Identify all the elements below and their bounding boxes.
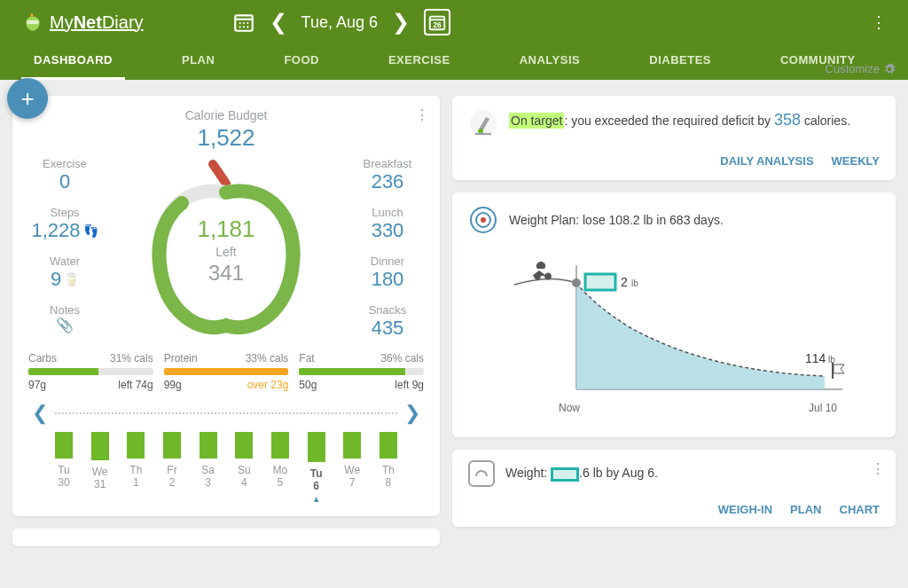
- stat-exercise[interactable]: Exercise0: [28, 157, 101, 193]
- macros-row: Carbs31% cals97gleft 74gProtein33% cals9…: [28, 352, 424, 391]
- svg-text:2: 2: [621, 275, 628, 289]
- current-date[interactable]: Tue, Aug 6: [301, 13, 378, 32]
- top-bar: MyNetDiary ❮ Tue, Aug 6 ❯ 26 ⋮: [0, 0, 908, 44]
- scale-icon: [468, 460, 495, 487]
- macro-carbs[interactable]: Carbs31% cals97gleft 74g: [28, 352, 153, 391]
- svg-point-4: [242, 22, 244, 24]
- gear-icon: [883, 63, 896, 75]
- tab-dashboard[interactable]: DASHBOARD: [21, 44, 125, 80]
- svg-point-7: [242, 26, 244, 27]
- stat-notes[interactable]: Notes📎: [28, 303, 101, 333]
- day-Sa-3[interactable]: Sa3: [200, 432, 217, 504]
- calories-left-value: 341: [197, 261, 254, 286]
- logo-text: MyNetDiary: [50, 12, 144, 33]
- more-menu-icon[interactable]: ⋮: [871, 12, 887, 32]
- weekly-analysis-link[interactable]: WEEKLY: [832, 154, 880, 168]
- weight-plan-text: Weight Plan: lose 108.2 lb in 683 days.: [509, 213, 724, 227]
- next-day-button[interactable]: ❯: [388, 10, 413, 35]
- chart-x-end: Jul 10: [809, 402, 837, 414]
- microscope-icon: [468, 108, 498, 138]
- svg-point-20: [572, 278, 581, 287]
- stat-lunch[interactable]: Lunch330: [351, 206, 424, 242]
- week-navigator: ❮ ❯: [28, 402, 424, 425]
- calorie-budget-value[interactable]: 1,522: [28, 124, 424, 152]
- svg-point-17: [481, 217, 486, 223]
- day-Su-4[interactable]: Su4: [235, 432, 253, 504]
- target-icon: [468, 205, 498, 235]
- calorie-card: ⋮ Calorie Budget 1,522 Exercise0Steps1,2…: [12, 96, 440, 516]
- daily-analysis-link[interactable]: DAILY ANALYSIS: [720, 154, 813, 168]
- main-content: + Customize ⋮ Calorie Budget 1,522 Exerc…: [0, 80, 908, 546]
- weight-card: ⋮ Weight: .6 lb by Aug 6. WEIGH-IN PLAN …: [452, 450, 896, 527]
- macro-fat[interactable]: Fat36% cals50gleft 9g: [299, 352, 424, 391]
- next-week-button[interactable]: ❯: [401, 402, 424, 425]
- macro-protein[interactable]: Protein33% cals99gover 23g: [164, 352, 289, 391]
- chart-x-now: Now: [559, 402, 580, 414]
- day-We-31[interactable]: We31: [91, 432, 109, 504]
- today-button[interactable]: 26: [424, 9, 450, 35]
- day-Fr-2[interactable]: Fr2: [163, 432, 181, 504]
- day-Th-8[interactable]: Th8: [380, 432, 397, 504]
- analysis-card: On target: you exceeded the required def…: [452, 96, 896, 180]
- weight-text: Weight: .6 lb by Aug 6.: [505, 466, 658, 481]
- app-header: MyNetDiary ❮ Tue, Aug 6 ❯ 26 ⋮ DASHBOARD…: [0, 0, 908, 80]
- weigh-in-link[interactable]: WEIGH-IN: [718, 503, 772, 516]
- empty-card: [12, 529, 440, 546]
- stat-snacks[interactable]: Snacks435: [351, 303, 424, 340]
- weight-plan-card: Weight Plan: lose 108.2 lb in 683 days. …: [452, 192, 896, 437]
- tab-plan[interactable]: PLAN: [169, 44, 227, 80]
- stat-steps[interactable]: Steps1,228👣: [28, 206, 101, 242]
- svg-text:lb: lb: [631, 278, 638, 288]
- day-Th-1[interactable]: Th1: [127, 432, 145, 504]
- tab-diabetes[interactable]: DIABETES: [637, 44, 724, 80]
- prev-day-button[interactable]: ❮: [266, 10, 291, 35]
- calories-consumed: 1,181: [197, 216, 254, 243]
- calorie-apple-chart[interactable]: 1,181 Left 341: [101, 157, 351, 343]
- svg-text:26: 26: [433, 21, 442, 29]
- svg-text:114: 114: [805, 351, 826, 365]
- tab-exercise[interactable]: EXERCISE: [376, 44, 463, 80]
- svg-rect-21: [585, 274, 615, 290]
- prev-week-button[interactable]: ❮: [28, 402, 51, 425]
- svg-point-6: [239, 26, 240, 27]
- tab-food[interactable]: FOOD: [271, 44, 332, 80]
- stat-breakfast[interactable]: Breakfast236: [351, 157, 424, 193]
- day-Tu-6[interactable]: Tu6▲: [308, 432, 325, 504]
- svg-rect-0: [27, 20, 39, 24]
- card-menu-icon[interactable]: ⋮: [415, 106, 429, 123]
- svg-point-5: [247, 22, 248, 24]
- customize-link[interactable]: Customize: [826, 62, 896, 75]
- add-button[interactable]: +: [7, 78, 48, 119]
- day-Mo-5[interactable]: Mo5: [271, 432, 289, 504]
- stat-water[interactable]: Water9🥛: [28, 255, 101, 291]
- svg-point-8: [247, 26, 248, 27]
- calorie-budget-label: Calorie Budget: [28, 108, 424, 122]
- apple-logo-icon: [21, 11, 44, 34]
- date-navigator: ❮ Tue, Aug 6 ❯ 26: [232, 9, 450, 35]
- day-Tu-30[interactable]: Tu30: [55, 432, 73, 504]
- logo[interactable]: MyNetDiary: [21, 11, 144, 34]
- day-We-7[interactable]: We7: [343, 432, 361, 504]
- tab-analysis[interactable]: ANALYSIS: [507, 44, 593, 80]
- card-menu-icon[interactable]: ⋮: [871, 460, 885, 477]
- weight-plan-chart[interactable]: 2lb 114lb Now Jul 10: [468, 247, 880, 425]
- redacted-value: [551, 467, 579, 482]
- svg-point-3: [239, 22, 240, 24]
- svg-rect-14: [475, 133, 491, 135]
- nav-tabs: DASHBOARDPLANFOODEXERCISEANALYSISDIABETE…: [0, 44, 908, 80]
- chart-link[interactable]: CHART: [840, 503, 881, 516]
- calories-left-label: Left: [197, 245, 254, 259]
- calendar-icon[interactable]: [232, 11, 255, 34]
- analysis-text: On target: you exceeded the required def…: [509, 108, 850, 132]
- plan-link[interactable]: PLAN: [790, 503, 821, 516]
- stat-dinner[interactable]: Dinner180: [351, 255, 424, 291]
